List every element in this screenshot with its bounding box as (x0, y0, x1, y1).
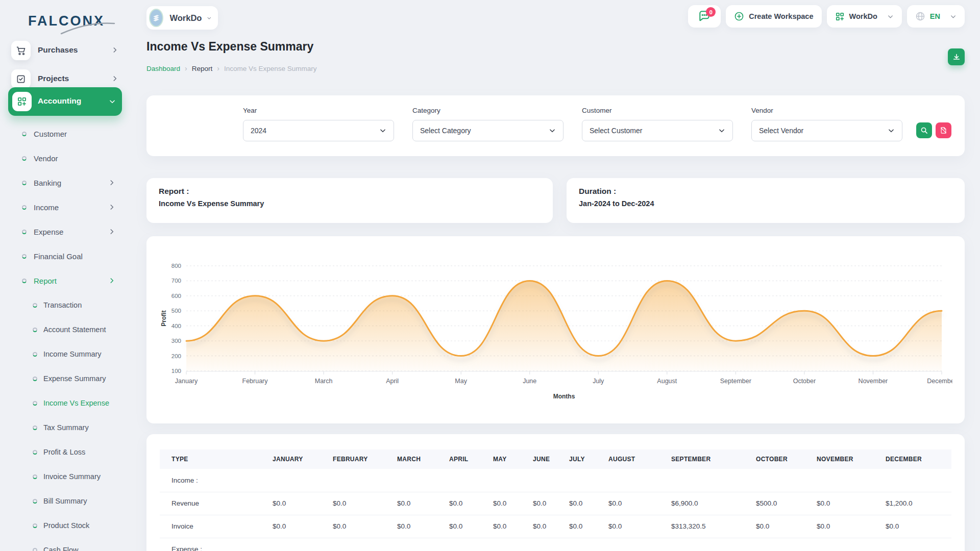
language-selector[interactable]: EN (907, 5, 965, 28)
breadcrumb-report[interactable]: Report (192, 65, 213, 72)
vendor-select[interactable]: Select Vendor (751, 120, 902, 141)
table-column-header: OCTOBER (744, 449, 805, 469)
sidebar-item-label: Bill Summary (43, 497, 87, 505)
workspace-avatar (149, 9, 163, 27)
table-cell-value: $0.0 (521, 515, 557, 538)
table-row-invoice: Invoice$0.0$0.0$0.0$0.0$0.0$0.0$0.0$0.0$… (160, 515, 951, 538)
svg-text:700: 700 (172, 278, 181, 284)
sidebar-item-label: Customer (34, 130, 67, 138)
table-cell-value: $6,900.0 (659, 492, 744, 515)
download-report-button[interactable] (948, 48, 965, 65)
duration-card-title: Duration : (579, 187, 952, 196)
sidebar-item-vendor[interactable]: Vendor (0, 146, 133, 170)
vendor-label: Vendor (751, 107, 902, 114)
apply-filter-button[interactable] (916, 122, 932, 138)
svg-text:Months: Months (553, 393, 575, 400)
sidebar-item-profit-loss[interactable]: Profit & Loss (0, 440, 133, 464)
sidebar-item-income-summary[interactable]: Income Summary (0, 342, 133, 366)
sidebar-item-label: Tax Summary (43, 423, 89, 432)
sidebar-item-customer[interactable]: Customer (0, 121, 133, 146)
svg-text:April: April (386, 378, 399, 385)
table-column-header: JUNE (521, 449, 557, 469)
sidebar-item-label: Cash Flow (43, 546, 79, 551)
globe-icon (915, 11, 925, 21)
sidebar-item-cash-flow[interactable]: Cash Flow (0, 538, 133, 551)
sidebar-item-report[interactable]: Report (0, 268, 133, 293)
table-cell-value: $0.0 (437, 515, 481, 538)
bullet-icon (33, 303, 37, 308)
reset-filter-button[interactable] (936, 122, 951, 138)
sidebar-item-invoice-summary[interactable]: Invoice Summary (0, 464, 133, 489)
sidebar-item-purchases[interactable]: Purchases (8, 39, 125, 62)
table-header-row: TYPEJANUARYFEBRUARYMARCHAPRILMAYJUNEJULY… (160, 449, 951, 469)
report-card-title: Report : (159, 187, 541, 196)
svg-text:500: 500 (172, 308, 181, 314)
bullet-icon (33, 548, 37, 551)
sidebar-item-bill-summary[interactable]: Bill Summary (0, 489, 133, 513)
table-row-revenue: Revenue$0.0$0.0$0.0$0.0$0.0$0.0$0.0$0.0$… (160, 492, 951, 515)
svg-text:September: September (720, 378, 751, 385)
report-card-value: Income Vs Expense Summary (159, 199, 541, 208)
sidebar-item-expense-summary[interactable]: Expense Summary (0, 366, 133, 391)
table-cell-value: $0.0 (557, 515, 597, 538)
bullet-icon (33, 377, 37, 381)
table-cell-value: $0.0 (521, 492, 557, 515)
table-cell-value: $0.0 (385, 492, 437, 515)
sidebar-item-transaction[interactable]: Transaction (0, 293, 133, 317)
sidebar-item-product-stock[interactable]: Product Stock (0, 513, 133, 538)
table-column-header: APRIL (437, 449, 481, 469)
table-cell-value: $0.0 (874, 515, 951, 538)
clear-filter-icon (940, 127, 947, 134)
bullet-icon (22, 254, 27, 259)
profit-area-chart[interactable]: 800700600500400300200100JanuaryFebruaryM… (159, 248, 952, 414)
sidebar-item-label: Vendor (34, 154, 58, 163)
svg-text:August: August (657, 378, 677, 385)
chevron-right-icon (108, 179, 115, 186)
table-cell-value: $0.0 (385, 515, 437, 538)
create-workspace-button[interactable]: Create Workspace (726, 5, 821, 28)
duration-card-value: Jan-2024 to Dec-2024 (579, 199, 952, 208)
sidebar-item-banking[interactable]: Banking (0, 170, 133, 195)
messages-button[interactable]: 0 (688, 5, 721, 28)
year-select[interactable]: 2024 (243, 120, 394, 141)
chevron-down-icon (888, 127, 895, 134)
category-select[interactable]: Select Category (412, 120, 564, 141)
bullet-icon (33, 401, 37, 406)
message-count-badge: 0 (706, 7, 716, 17)
chevron-right-icon (108, 204, 115, 211)
main-content: WorkDo 0 Create Workspace WorkDo EN Inco… (146, 0, 965, 551)
table-column-header: SEPTEMBER (659, 449, 744, 469)
bullet-icon (33, 450, 37, 455)
table-cell-value: $0.0 (597, 492, 659, 515)
breadcrumb-dashboard[interactable]: Dashboard (146, 65, 180, 72)
year-label: Year (243, 107, 394, 114)
sidebar-item-expense[interactable]: Expense (0, 219, 133, 244)
sidebar-item-income-vs-expense[interactable]: Income Vs Expense (0, 391, 133, 415)
table-cell-value: $0.0 (805, 515, 874, 538)
profit-chart-card: 800700600500400300200100JanuaryFebruaryM… (146, 236, 965, 423)
customer-select[interactable]: Select Customer (582, 120, 733, 141)
breadcrumb: Dashboard › Report › Income Vs Expense S… (146, 64, 317, 72)
sidebar-item-accounting[interactable]: Accounting (8, 87, 122, 116)
table-column-header: MAY (481, 449, 521, 469)
table-column-header: TYPE (160, 449, 261, 469)
falconx-logo[interactable]: FALCONX (0, 13, 133, 29)
table-row-expense: Expense : (160, 538, 951, 551)
workspace-switcher[interactable]: WorkDo (146, 6, 218, 30)
svg-text:200: 200 (172, 353, 181, 359)
chevron-right-icon (108, 228, 115, 235)
chevron-down-icon (718, 127, 725, 134)
svg-text:800: 800 (172, 263, 181, 269)
table-row-income: Income : (160, 469, 951, 492)
sidebar-item-financial-goal[interactable]: Financial Goal (0, 244, 133, 268)
sidebar-item-account-statement[interactable]: Account Statement (0, 317, 133, 342)
table-column-header: AUGUST (597, 449, 659, 469)
sidebar-item-tax-summary[interactable]: Tax Summary (0, 415, 133, 440)
table-cell-value: $0.0 (437, 492, 481, 515)
sidebar-item-label: Expense Summary (43, 374, 106, 383)
table-cell-value: $0.0 (481, 515, 521, 538)
report-summary-card: Report : Income Vs Expense Summary (146, 178, 553, 223)
table-cell-value: $0.0 (557, 492, 597, 515)
sidebar-item-income[interactable]: Income (0, 195, 133, 219)
workdo-menu-button[interactable]: WorkDo (827, 5, 902, 28)
